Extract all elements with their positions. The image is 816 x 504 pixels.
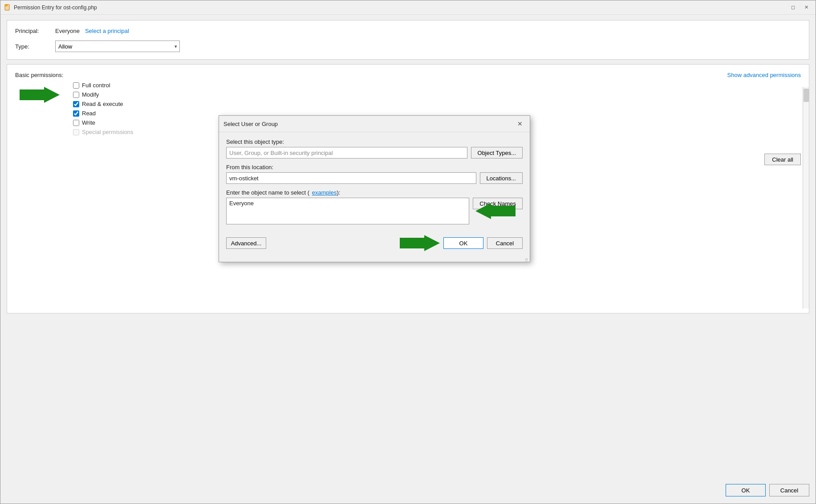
dialog-cancel-button[interactable]: Cancel bbox=[487, 237, 523, 249]
type-label: Type: bbox=[15, 43, 55, 50]
title-bar-controls: ◻ ✕ bbox=[787, 3, 812, 12]
type-row: Type: Allow Deny bbox=[15, 41, 801, 52]
object-name-section: Everyone Check Names bbox=[226, 198, 523, 230]
close-button[interactable]: ✕ bbox=[800, 3, 812, 12]
check-names-button[interactable]: Check Names bbox=[473, 198, 523, 209]
main-cancel-button[interactable]: Cancel bbox=[769, 484, 809, 496]
checkbox-special bbox=[73, 129, 79, 135]
top-panel: Principal: Everyone Select a principal T… bbox=[7, 20, 809, 60]
checkbox-read[interactable] bbox=[73, 110, 79, 117]
arrow-ok bbox=[400, 235, 440, 251]
perm-read-execute: Read & execute bbox=[73, 101, 801, 107]
principal-row: Principal: Everyone Select a principal bbox=[15, 28, 801, 34]
window-title: Permission Entry for ost-config.php bbox=[14, 4, 97, 11]
arrow-full-control bbox=[20, 87, 60, 104]
object-name-value: Everyone bbox=[229, 200, 254, 207]
label-special: Special permissions bbox=[82, 129, 134, 135]
location-input bbox=[226, 172, 476, 184]
advanced-button[interactable]: Advanced... bbox=[226, 237, 266, 249]
main-window: Permission Entry for ost-config.php ◻ ✕ … bbox=[0, 0, 816, 504]
examples-link[interactable]: examples bbox=[312, 189, 337, 196]
bottom-buttons: OK Cancel bbox=[726, 484, 809, 496]
label-read-execute: Read & execute bbox=[82, 101, 123, 107]
perm-modify: Modify bbox=[73, 91, 801, 98]
dialog-footer-row: Advanced... OK Cancel bbox=[226, 235, 523, 251]
object-type-row: Object Types... bbox=[226, 147, 523, 159]
label-read: Read bbox=[82, 110, 96, 117]
dialog-close-button[interactable]: ✕ bbox=[515, 119, 525, 128]
locations-button[interactable]: Locations... bbox=[480, 172, 523, 184]
title-bar: Permission Entry for ost-config.php ◻ ✕ bbox=[0, 0, 816, 15]
svg-marker-5 bbox=[400, 235, 440, 251]
type-dropdown[interactable]: Allow Deny bbox=[55, 41, 180, 52]
label-full-control: Full control bbox=[82, 82, 110, 89]
select-user-group-dialog: Select User or Group ✕ Select this objec… bbox=[219, 115, 530, 262]
location-label: From this location: bbox=[226, 164, 523, 171]
label-modify: Modify bbox=[82, 91, 99, 98]
dialog-title: Select User or Group bbox=[223, 121, 278, 127]
principal-value: Everyone bbox=[55, 28, 80, 34]
checkbox-modify[interactable] bbox=[73, 92, 79, 98]
checkbox-write[interactable] bbox=[73, 120, 79, 126]
location-row: Locations... bbox=[226, 172, 523, 184]
object-name-area[interactable]: Everyone bbox=[226, 198, 469, 224]
scrollbar[interactable] bbox=[803, 87, 809, 309]
show-advanced-link[interactable]: Show advanced permissions bbox=[727, 72, 801, 78]
checkbox-full-control[interactable] bbox=[73, 82, 79, 89]
dialog-body: Select this object type: Object Types...… bbox=[219, 132, 530, 257]
object-type-label: Select this object type: bbox=[226, 138, 523, 145]
file-icon bbox=[4, 4, 11, 11]
dialog-title-bar: Select User or Group ✕ bbox=[219, 116, 530, 132]
svg-marker-3 bbox=[20, 87, 60, 103]
principal-label: Principal: bbox=[15, 28, 55, 34]
object-name-row: Everyone Check Names bbox=[226, 198, 523, 230]
clear-all-button[interactable]: Clear all bbox=[764, 154, 801, 165]
main-ok-button[interactable]: OK bbox=[726, 484, 766, 496]
type-dropdown-wrap: Allow Deny bbox=[55, 41, 180, 52]
maximize-button[interactable]: ◻ bbox=[787, 3, 799, 12]
dialog-ok-section: OK Cancel bbox=[400, 235, 523, 251]
select-principal-link[interactable]: Select a principal bbox=[85, 28, 129, 34]
checkbox-read-execute[interactable] bbox=[73, 101, 79, 107]
object-name-label: Enter the object name to select ( exampl… bbox=[226, 189, 523, 196]
object-types-button[interactable]: Object Types... bbox=[471, 147, 523, 159]
dialog-ok-button[interactable]: OK bbox=[443, 237, 483, 249]
basic-permissions-label: Basic permissions: bbox=[15, 72, 63, 78]
title-bar-left: Permission Entry for ost-config.php bbox=[4, 4, 97, 11]
resize-grip: ⠿ bbox=[219, 257, 530, 262]
svg-rect-2 bbox=[5, 4, 8, 6]
object-type-input bbox=[226, 147, 467, 159]
perm-full-control: Full control bbox=[73, 82, 801, 89]
label-write: Write bbox=[82, 119, 95, 126]
dialog-footer-buttons: OK Cancel bbox=[443, 237, 523, 249]
